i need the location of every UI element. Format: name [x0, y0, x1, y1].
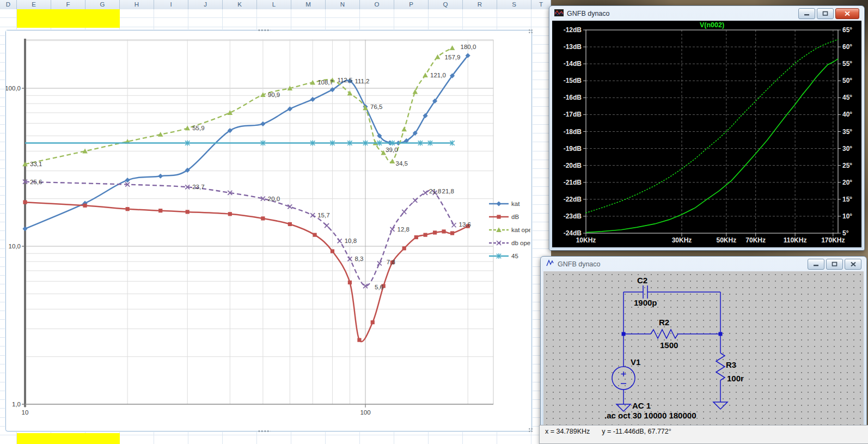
data-marker-square: [186, 210, 190, 214]
svg-text:110KHz: 110KHz: [784, 236, 807, 244]
component-value-r2: 1500: [660, 340, 678, 350]
column-header-H[interactable]: H: [120, 0, 154, 9]
column-header-O[interactable]: O: [360, 0, 394, 9]
component-value-c2: 1900p: [634, 298, 657, 307]
column-header-J[interactable]: J: [188, 0, 223, 9]
trace-phase: [586, 39, 838, 212]
data-marker-square: [288, 222, 292, 226]
data-marker-square: [261, 216, 265, 220]
highlighted-cell-range[interactable]: [17, 9, 120, 28]
schematic-window-icon: [546, 259, 554, 269]
data-marker-square: [228, 212, 232, 216]
component-value-v1: AC 1: [632, 401, 651, 410]
cursor-x-readout: x = 34.789KHz: [545, 428, 590, 443]
column-header-N[interactable]: N: [326, 0, 360, 9]
svg-text:-18dB: -18dB: [564, 128, 582, 136]
svg-text:10,0: 10,0: [9, 243, 21, 250]
svg-text:40°: 40°: [842, 111, 852, 118]
svg-text:1,0: 1,0: [12, 401, 21, 407]
data-marker-square: [126, 207, 130, 211]
maximize-button[interactable]: [826, 259, 843, 270]
column-header-E[interactable]: E: [17, 0, 51, 9]
data-label: 39,0: [386, 147, 398, 153]
spice-directive: .ac oct 30 10000 180000: [604, 411, 696, 420]
svg-text:70KHz: 70KHz: [745, 236, 766, 244]
waveform-plot-svg: -12dB-13dB-14dB-15dB-16dB-17dB-18dB-19dB…: [552, 21, 860, 246]
column-header-P[interactable]: P: [394, 0, 429, 9]
svg-text:-23dB: -23dB: [564, 212, 582, 220]
column-header-G[interactable]: G: [85, 0, 120, 9]
waveform-window-icon: [554, 9, 564, 19]
data-label: 20,0: [268, 196, 280, 202]
column-header-L[interactable]: L: [257, 0, 291, 9]
excel-worksheet: DEFGHIJKLMNOPQRST 100,010,01,010100111,2…: [0, 0, 551, 444]
data-label: 157,9: [445, 54, 461, 60]
data-marker-square: [442, 229, 445, 233]
close-button[interactable]: [835, 8, 859, 19]
excel-chart-svg: 100,010,01,010100111,276,533,155,990,910…: [6, 31, 530, 430]
chart-resize-handle[interactable]: [258, 29, 271, 32]
data-label: 21,8: [442, 188, 454, 194]
svg-text:170KHz: 170KHz: [821, 236, 845, 244]
svg-text:100: 100: [360, 409, 370, 416]
svg-text:15°: 15°: [842, 196, 852, 203]
data-marker-square: [331, 250, 334, 253]
svg-text:-24dB: -24dB: [564, 229, 582, 237]
svg-text:-17dB: -17dB: [564, 111, 582, 118]
column-header-S[interactable]: S: [497, 0, 531, 9]
data-marker-square: [450, 231, 454, 235]
minimize-button[interactable]: [798, 8, 815, 19]
minimize-button[interactable]: [808, 259, 824, 270]
ground-icon: [713, 402, 728, 409]
data-marker-square: [23, 200, 27, 204]
svg-text:55°: 55°: [842, 60, 852, 68]
component-value-r3: 100r: [727, 374, 744, 383]
close-button[interactable]: [845, 259, 861, 270]
component-label-r2: R2: [659, 318, 669, 327]
svg-text:-20dB: -20dB: [564, 162, 582, 169]
data-label: 7,8: [387, 259, 395, 265]
column-header-M[interactable]: M: [291, 0, 326, 9]
column-header-R[interactable]: R: [463, 0, 497, 9]
ltspice-status-bar: x = 34.789KHz y = -11.446dB, 67.772°: [539, 425, 868, 444]
component-label-v1: V1: [631, 357, 640, 367]
waveform-plot-area[interactable]: -12dB-13dB-14dB-15dB-16dB-17dB-18dB-19dB…: [552, 21, 861, 247]
column-header-T[interactable]: T: [531, 0, 551, 9]
data-label: 10,8: [345, 238, 357, 244]
maximize-button[interactable]: [817, 8, 834, 19]
highlighted-cell-range[interactable]: [17, 433, 120, 444]
excel-chart-object[interactable]: 100,010,01,010100111,276,533,155,990,910…: [5, 30, 532, 431]
column-header-I[interactable]: I: [154, 0, 188, 9]
data-label: 5,6: [375, 284, 383, 290]
waveform-window-title: GNFB dynaco: [567, 10, 610, 17]
svg-text:45°: 45°: [842, 94, 852, 101]
data-label: 90,9: [268, 92, 280, 98]
schematic-titlebar[interactable]: GNFB dynaco: [541, 257, 866, 271]
column-header-F[interactable]: F: [51, 0, 85, 9]
chart-resize-handle[interactable]: [528, 428, 533, 433]
column-header-K[interactable]: K: [223, 0, 257, 9]
svg-text:-15dB: -15dB: [564, 77, 582, 84]
schematic-canvas[interactable]: C2 1900p R2 1500 V1 AC 1 R3 100r .ac oct…: [543, 271, 864, 442]
svg-text:30°: 30°: [842, 145, 852, 153]
voltage-source-V1: [612, 367, 635, 390]
data-marker-square: [313, 233, 316, 237]
schematic-window[interactable]: GNFB dynaco: [540, 256, 867, 444]
resistor-R2: [651, 330, 678, 338]
chart-resize-handle[interactable]: [258, 430, 271, 433]
data-marker-square: [433, 230, 437, 234]
waveform-titlebar[interactable]: GNFB dynaco: [549, 6, 864, 21]
svg-text:-19dB: -19dB: [564, 145, 582, 153]
column-headers: DEFGHIJKLMNOPQRST: [0, 0, 551, 10]
trace-name[interactable]: V(n002): [700, 21, 724, 29]
svg-text:60°: 60°: [842, 43, 852, 51]
column-header-Q[interactable]: Q: [429, 0, 463, 9]
waveform-window[interactable]: GNFB dynaco -12dB-13dB-14dB-15dB-16dB-17…: [549, 5, 865, 251]
column-header-D[interactable]: D: [0, 0, 17, 9]
data-label: 21,8: [429, 188, 441, 194]
junction-node: [719, 332, 723, 336]
chart-resize-handle[interactable]: [528, 29, 533, 34]
svg-text:10: 10: [22, 409, 29, 416]
svg-text:-12dB: -12dB: [564, 26, 582, 34]
svg-text:50°: 50°: [842, 77, 852, 84]
